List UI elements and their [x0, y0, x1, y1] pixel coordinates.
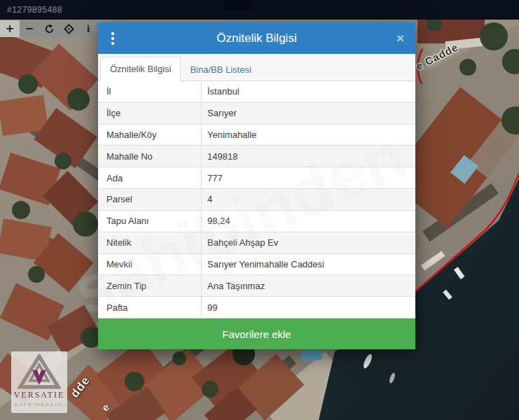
attribute-label: Pafta: [98, 297, 202, 318]
attribute-label: Mevkii: [98, 254, 202, 275]
table-row: İlİstanbul: [98, 81, 415, 103]
attribute-value: Bahçeli Ahşap Ev: [202, 237, 415, 248]
table-row: Zemin TipAna Taşınmaz: [98, 275, 415, 297]
attribute-label: Mahalle No: [98, 146, 202, 167]
tab-bina-bb-listesi[interactable]: Bina/BB Listesi: [181, 58, 260, 81]
modal-title: Öznitelik Bilgisi: [216, 31, 296, 46]
table-row: NitelikBahçeli Ahşap Ev: [98, 232, 415, 254]
table-row: MevkiiSarıyer Yenimahalle Caddesi: [98, 254, 415, 276]
attribute-label: Tapu Alanı: [98, 211, 202, 232]
agency-logo: VERSATIE GAYRİMENKUL: [11, 351, 67, 413]
table-row: Parsel4: [98, 189, 415, 211]
minus-icon: −: [25, 24, 34, 34]
tab-oznitelik-bilgisi[interactable]: Öznitelik Bilgisi: [100, 57, 181, 81]
tab-bar: Öznitelik Bilgisi Bina/BB Listesi: [98, 54, 415, 81]
info-icon: i: [87, 24, 90, 34]
attribute-value: Yenimahalle: [202, 130, 415, 140]
pan-button[interactable]: [59, 20, 78, 37]
top-bar-notch: [223, 0, 252, 10]
attribute-value: 149818: [202, 151, 415, 162]
kebab-menu-icon[interactable]: [109, 22, 117, 54]
attribute-label: İlçe: [98, 103, 202, 124]
attribute-label: İl: [98, 81, 202, 102]
table-row: Mahalle/KöyYenimahalle: [98, 125, 415, 146]
attribute-table: İlİstanbulİlçeSarıyerMahalle/KöyYenimaha…: [98, 81, 415, 318]
table-row: Ada777: [98, 167, 415, 189]
zoom-in-button[interactable]: +: [0, 20, 20, 37]
table-row: Tapu Alanı98,24: [98, 211, 415, 232]
attribute-label: Ada: [98, 167, 202, 188]
logo-brand-text: VERSATIE: [14, 390, 65, 400]
table-row: Pafta99: [98, 297, 415, 318]
attribute-value: Sarıyer: [202, 108, 415, 118]
logo-tagline-text: GAYRİMENKUL: [15, 402, 64, 407]
refresh-button[interactable]: [39, 20, 59, 37]
attribute-label: Zemin Tip: [98, 275, 202, 296]
table-row: Mahalle No149818: [98, 146, 415, 167]
attribute-value: 99: [202, 302, 415, 313]
attribute-value: 4: [202, 194, 415, 204]
attribute-label: Parsel: [98, 189, 202, 210]
refresh-icon: [44, 24, 55, 34]
pan-icon: [64, 24, 74, 34]
attribute-label: Nitelik: [98, 232, 202, 253]
attribute-value: İstanbul: [202, 86, 415, 97]
attribute-label: Mahalle/Köy: [98, 125, 202, 146]
attribute-info-modal: Öznitelik Bilgisi × Öznitelik Bilgisi Bi…: [98, 22, 415, 349]
close-icon[interactable]: ×: [394, 22, 407, 54]
attribute-value: Sarıyer Yenimahalle Caddesi: [202, 259, 415, 270]
map-toolbar: + − i: [0, 20, 98, 37]
add-to-favorites-button[interactable]: Favorilere ekle: [98, 318, 415, 349]
attribute-value: 777: [202, 173, 415, 183]
plus-icon: +: [6, 24, 15, 34]
attribute-value: 98,24: [202, 216, 415, 226]
versatie-triangle-icon: [18, 354, 61, 389]
modal-header: Öznitelik Bilgisi ×: [98, 22, 415, 54]
info-button[interactable]: i: [78, 20, 98, 37]
table-row: İlçeSarıyer: [98, 103, 415, 125]
top-bar: #1279895488: [0, 0, 519, 20]
attribute-value: Ana Taşınmaz: [202, 281, 415, 291]
listing-id: #1279895488: [7, 5, 62, 15]
zoom-out-button[interactable]: −: [20, 20, 39, 37]
